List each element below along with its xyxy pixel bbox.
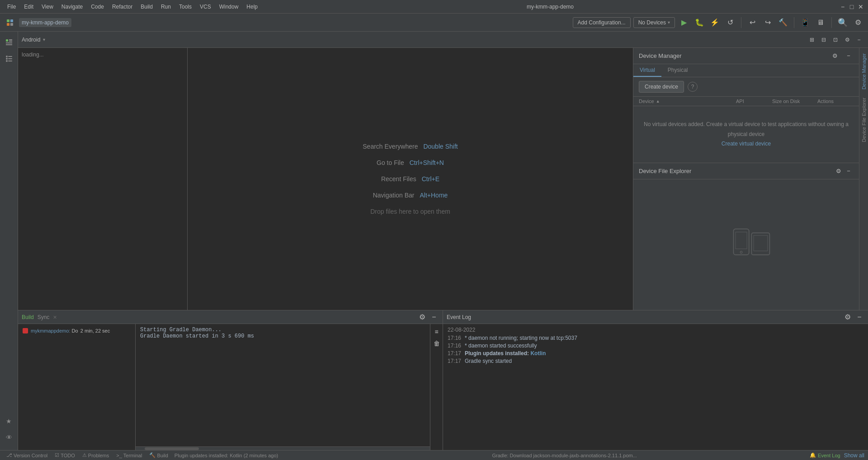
debug-button[interactable]: 🐛: [693, 16, 706, 29]
panel-filter[interactable]: ⊡: [830, 34, 841, 45]
sync-close[interactable]: ✕: [53, 314, 57, 320]
build-minimize[interactable]: −: [429, 312, 439, 322]
menu-item-navigate[interactable]: Navigate: [58, 2, 86, 11]
build-icon-trash[interactable]: 🗑: [432, 338, 442, 348]
bottom-split: Build Sync ✕ ⚙ −: [18, 310, 868, 450]
toolbar-sync[interactable]: ↺: [724, 16, 736, 29]
svg-rect-4: [6, 39, 8, 42]
event-log-content: 22-08-2022 17:16 * daemon not running; s…: [443, 324, 868, 450]
menu-item-edit[interactable]: Edit: [20, 2, 37, 11]
build-icon-filter[interactable]: ≡: [432, 327, 442, 337]
menu-item-file[interactable]: File: [4, 2, 19, 11]
project-selector[interactable]: my-kmm-app-demo: [19, 18, 71, 27]
menu-item-run[interactable]: Run: [157, 2, 175, 11]
tab-physical[interactable]: Physical: [661, 64, 694, 77]
device-file-explorer-settings[interactable]: ⚙: [834, 166, 844, 176]
menu-item-window[interactable]: Window: [216, 2, 242, 11]
help-button[interactable]: ?: [688, 82, 698, 92]
toolbar-build[interactable]: 🔨: [777, 16, 789, 29]
sync-tab[interactable]: Sync ✕: [38, 314, 57, 320]
plugin-status: Plugin updates installed: Kotlin (2 minu…: [175, 453, 278, 458]
kotlin-link[interactable]: Kotlin: [530, 350, 546, 357]
device-manager-settings[interactable]: ⚙: [830, 51, 840, 61]
device-table-header: Device ▲ API Size on Disk Actions: [633, 97, 859, 106]
sidebar-favorites-icon[interactable]: ★: [2, 414, 16, 428]
tab-version-control[interactable]: ⎇ Version Control: [4, 451, 50, 459]
tab-problems[interactable]: ⚠ Problems: [80, 451, 112, 459]
toolbar-undo[interactable]: ↩: [746, 16, 759, 29]
panel-settings[interactable]: ⚙: [842, 34, 853, 45]
no-devices-dropdown[interactable]: No Devices ▾: [633, 17, 675, 28]
toolbar-emulator[interactable]: 🖥: [814, 16, 827, 29]
toolbar-settings[interactable]: ⚙: [852, 16, 864, 29]
go-to-file-label: Go to File: [377, 159, 404, 166]
build-output: Starting Gradle Daemon... Gradle Daemon …: [136, 324, 430, 446]
horizontal-scrollbar[interactable]: [136, 446, 430, 450]
build-header: Build Sync ✕ ⚙ −: [18, 310, 443, 324]
column-api: API: [736, 99, 772, 104]
build-tab[interactable]: Build: [22, 314, 34, 320]
maximize-button[interactable]: □: [848, 3, 855, 10]
create-device-button[interactable]: Create device: [639, 81, 684, 93]
android-label: Android: [22, 37, 40, 43]
drop-files-hint: Drop files here to open them: [370, 208, 450, 215]
main-toolbar: my-kmm-app-demo Add Configuration... No …: [0, 14, 868, 32]
project-panel-header: Android ▾ ⊞ ⊟ ⊡ ⚙ −: [18, 32, 868, 48]
toolbar-search[interactable]: 🔍: [836, 16, 849, 29]
build-tree: mykmmappdemo: Do 2 min, 22 sec: [18, 324, 136, 450]
log-date: 22-08-2022: [448, 327, 863, 333]
menu-item-build[interactable]: Build: [137, 2, 156, 11]
event-log-minimize[interactable]: −: [854, 312, 864, 322]
search-everywhere-shortcut: Double Shift: [423, 143, 458, 150]
tab-virtual[interactable]: Virtual: [633, 64, 661, 77]
content-area: Android ▾ ⊞ ⊟ ⊡ ⚙ − loading... Search Ev…: [18, 32, 868, 450]
scrollbar-thumb[interactable]: [145, 447, 199, 450]
svg-rect-8: [6, 44, 12, 45]
tab-build[interactable]: 🔨 Build: [146, 451, 170, 459]
svg-rect-13: [8, 58, 12, 59]
build-settings[interactable]: ⚙: [417, 312, 427, 322]
run-button[interactable]: ▶: [678, 16, 690, 29]
sidebar-project-icon[interactable]: [2, 35, 16, 50]
panel-minimize[interactable]: −: [854, 34, 864, 45]
panel-expand-all[interactable]: ⊟: [818, 34, 829, 45]
sidebar-preview-icon[interactable]: 👁: [2, 430, 16, 445]
android-chevron[interactable]: ▾: [43, 37, 45, 42]
build-item-label: mykmmappdemo: Do 2 min, 22 sec: [31, 328, 110, 333]
minimize-button[interactable]: −: [839, 3, 846, 10]
event-log-title: Event Log: [447, 314, 471, 320]
menu-item-help[interactable]: Help: [243, 2, 261, 11]
menu-item-refactor[interactable]: Refactor: [108, 2, 136, 11]
navigation-bar-label: Navigation Bar: [373, 192, 415, 199]
add-configuration-button[interactable]: Add Configuration...: [573, 17, 631, 28]
device-file-explorer-minimize[interactable]: −: [844, 166, 854, 176]
menu-bar: FileEditViewNavigateCodeRefactorBuildRun…: [4, 2, 261, 11]
recent-files-label: Recent Files: [381, 175, 416, 183]
vtab-device-file-explorer[interactable]: Device File Explorer: [859, 94, 868, 146]
tab-terminal[interactable]: >_ Terminal: [113, 452, 145, 459]
device-file-content: [633, 179, 859, 310]
create-virtual-device-link[interactable]: Create virtual device: [722, 141, 771, 147]
bottom-area: Build Sync ✕ ⚙ −: [18, 310, 868, 450]
window-title: my-kmm-app-demo: [261, 4, 839, 10]
sidebar-structure-icon[interactable]: [2, 52, 16, 66]
menu-item-vcs[interactable]: VCS: [196, 2, 215, 11]
toolbar-redo[interactable]: ↪: [761, 16, 774, 29]
event-log-badge[interactable]: 🔔 Event Log: [810, 452, 840, 458]
toolbar-device-mirror[interactable]: 📱: [799, 16, 811, 29]
show-all-link[interactable]: Show all: [844, 452, 864, 459]
close-button[interactable]: ✕: [857, 3, 864, 10]
vtab-device-manager[interactable]: Device Manager: [859, 50, 868, 93]
tab-todo[interactable]: ☑ TODO: [52, 451, 78, 459]
menu-item-view[interactable]: View: [38, 2, 57, 11]
event-log-status-label[interactable]: Event Log: [818, 453, 840, 458]
right-panel: Device Manager ⚙ − Virtual Physical Crea…: [633, 48, 859, 310]
menu-item-code[interactable]: Code: [87, 2, 108, 11]
event-log-settings[interactable]: ⚙: [843, 312, 853, 322]
build-item[interactable]: mykmmappdemo: Do 2 min, 22 sec: [21, 327, 132, 335]
panel-collapse-all[interactable]: ⊞: [807, 34, 817, 45]
menu-item-tools[interactable]: Tools: [175, 2, 195, 11]
device-manager-minimize[interactable]: −: [844, 51, 854, 61]
project-name: my-kmm-app-demo: [22, 19, 69, 26]
profile-button[interactable]: ⚡: [708, 16, 721, 29]
